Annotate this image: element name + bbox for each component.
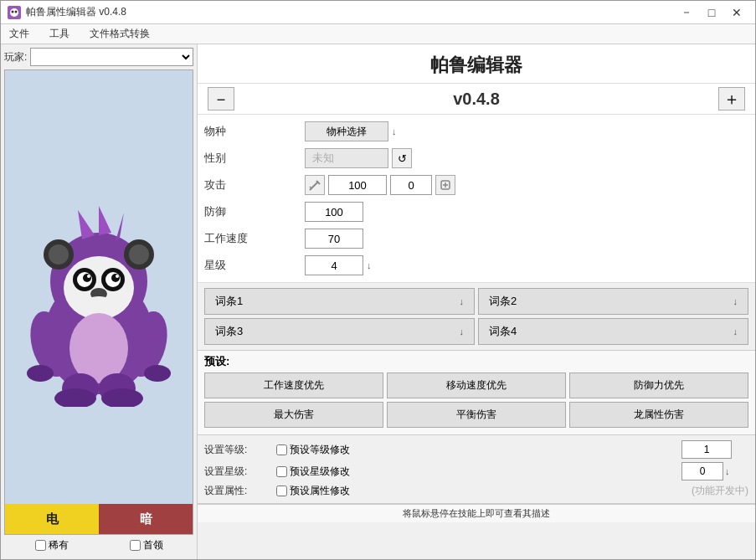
- version-minus-button[interactable]: －: [208, 87, 234, 110]
- stats-grid: 物种 物种选择 ↓ 性别 未知 ↺ 攻击: [198, 115, 755, 283]
- settings-section: 设置等级: 预设等级修改 1 设置星级: 预设星级修改 0: [198, 435, 755, 504]
- player-row: 玩家:: [4, 48, 193, 66]
- star-setting-checkbox-label[interactable]: 预设星级修改: [276, 465, 393, 479]
- settings-grid: 设置等级: 预设等级修改 1 设置星级: 预设星级修改 0: [204, 440, 748, 498]
- svg-point-19: [87, 275, 90, 278]
- preset-dragon-damage-button[interactable]: 龙属性伤害: [569, 402, 748, 428]
- level-setting-label: 设置等级:: [204, 443, 271, 457]
- attack-extra-icon-button[interactable]: [435, 175, 455, 195]
- main-window: 帕鲁属性编辑器 v0.4.8 － □ ✕ 文件 工具 文件格式转换 玩家:: [0, 0, 756, 560]
- level-checkbox-label[interactable]: 预设等级修改: [276, 443, 393, 457]
- affix2-button[interactable]: 词条2 ↓: [478, 288, 748, 315]
- status-bar: 将鼠标悬停在技能上即可查看其描述: [198, 504, 755, 522]
- menu-convert[interactable]: 文件格式转换: [85, 25, 155, 43]
- svg-point-18: [111, 274, 120, 282]
- player-label: 玩家:: [4, 50, 27, 64]
- type-badge-dark: 暗: [99, 504, 193, 534]
- menu-tools[interactable]: 工具: [44, 25, 75, 43]
- species-label: 物种: [204, 120, 305, 143]
- star-setting-value-input[interactable]: 0: [681, 462, 723, 480]
- svg-marker-6: [99, 206, 111, 235]
- presets-grid-row1: 工作速度优先 移动速度优先 防御力优先: [204, 372, 748, 398]
- svg-marker-5: [78, 210, 95, 239]
- maximize-button[interactable]: □: [700, 4, 723, 21]
- star-label: 星级: [204, 254, 305, 277]
- left-panel: 玩家:: [1, 44, 198, 559]
- version-text: v0.4.8: [453, 90, 500, 109]
- menu-bar: 文件 工具 文件格式转换: [1, 24, 755, 44]
- main-content: 玩家:: [1, 44, 755, 559]
- affixes-row: 词条1 ↓ 词条2 ↓ 词条3 ↓ 词条4 ↓: [198, 283, 755, 351]
- defense-input[interactable]: 100: [305, 202, 363, 222]
- version-row: － v0.4.8 ＋: [198, 84, 755, 115]
- svg-point-20: [116, 275, 119, 278]
- level-checkbox-text: 预设等级修改: [290, 443, 350, 457]
- gender-refresh-button[interactable]: ↺: [392, 148, 412, 168]
- type-badge-electric: 电: [5, 504, 99, 534]
- star-input[interactable]: 4: [305, 255, 363, 275]
- affix3-button[interactable]: 词条3 ↓: [204, 318, 475, 345]
- boss-checkbox[interactable]: [130, 540, 141, 551]
- defense-label: 防御: [204, 200, 305, 223]
- attr-checkbox-label[interactable]: 预设属性修改: [276, 484, 393, 498]
- attack-value-row: 100 0: [305, 173, 748, 197]
- close-button[interactable]: ✕: [725, 4, 748, 21]
- version-plus-button[interactable]: ＋: [718, 87, 745, 110]
- affix1-button[interactable]: 词条1 ↓: [204, 288, 475, 315]
- affix2-arrow: ↓: [733, 296, 738, 306]
- affix4-button[interactable]: 词条4 ↓: [478, 318, 748, 345]
- svg-point-2: [15, 10, 18, 13]
- level-checkbox[interactable]: [276, 444, 287, 455]
- rare-checkbox[interactable]: [35, 540, 46, 551]
- preset-move-speed-button[interactable]: 移动速度优先: [387, 372, 566, 398]
- svg-point-9: [49, 244, 69, 265]
- species-arrow: ↓: [392, 126, 397, 136]
- boss-checkbox-label[interactable]: 首领: [130, 538, 163, 552]
- svg-point-1: [12, 10, 14, 13]
- star-setting-label: 设置星级:: [204, 465, 271, 479]
- title-bar: 帕鲁属性编辑器 v0.4.8 － □ ✕: [1, 1, 755, 24]
- level-value-input[interactable]: 1: [681, 440, 732, 459]
- affix2-label: 词条2: [489, 294, 517, 309]
- preset-balanced-damage-button[interactable]: 平衡伤害: [387, 402, 566, 428]
- svg-point-11: [129, 244, 149, 265]
- star-setting-checkbox-text: 预设星级修改: [290, 465, 350, 479]
- attack-extra-input[interactable]: 0: [390, 175, 432, 195]
- svg-point-30: [27, 365, 54, 382]
- gender-display: 未知: [305, 148, 388, 168]
- pal-image-placeholder: 电 暗: [5, 70, 193, 534]
- player-select[interactable]: [30, 48, 193, 66]
- menu-file[interactable]: 文件: [4, 25, 34, 43]
- attr-checkbox[interactable]: [276, 486, 287, 496]
- work-speed-input[interactable]: 70: [305, 229, 363, 249]
- svg-line-34: [310, 187, 311, 188]
- minimize-button[interactable]: －: [675, 4, 698, 21]
- app-icon: [8, 6, 21, 19]
- status-text: 将鼠标悬停在技能上即可查看其描述: [403, 507, 550, 520]
- star-arrow: ↓: [367, 260, 372, 270]
- window-controls: － □ ✕: [675, 4, 748, 21]
- editor-header: 帕鲁编辑器: [198, 44, 755, 84]
- attack-label: 攻击: [204, 173, 305, 197]
- work-speed-value-row: 70: [305, 227, 748, 250]
- gender-value-row: 未知 ↺: [305, 146, 748, 170]
- species-select-button[interactable]: 物种选择: [305, 121, 388, 141]
- attack-input[interactable]: 100: [328, 175, 387, 195]
- defense-value-row: 100: [305, 200, 748, 223]
- pal-image-area: 电 暗: [4, 69, 193, 535]
- affix3-label: 词条3: [215, 324, 243, 339]
- attr-note: (功能开发中): [399, 484, 748, 498]
- preset-max-damage-button[interactable]: 最大伤害: [204, 402, 383, 428]
- star-setting-checkbox[interactable]: [276, 466, 287, 477]
- rare-checkbox-label[interactable]: 稀有: [35, 538, 69, 552]
- attack-icon-button[interactable]: [305, 175, 325, 195]
- preset-work-speed-button[interactable]: 工作速度优先: [204, 372, 383, 398]
- svg-point-0: [10, 8, 18, 17]
- rare-label: 稀有: [49, 538, 69, 552]
- svg-point-25: [69, 313, 128, 383]
- attr-setting-label: 设置属性:: [204, 484, 271, 498]
- window-title: 帕鲁属性编辑器 v0.4.8: [26, 5, 126, 19]
- preset-defense-button[interactable]: 防御力优先: [569, 372, 748, 398]
- affix4-arrow: ↓: [733, 326, 738, 337]
- affix1-label: 词条1: [215, 294, 243, 309]
